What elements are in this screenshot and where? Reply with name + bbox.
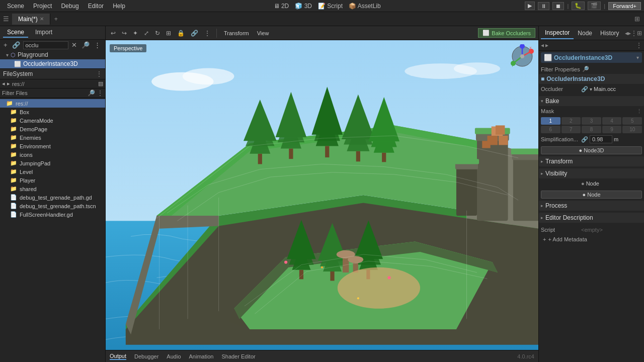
fs-list-toggle[interactable]: ▤	[98, 80, 103, 87]
add-node-button[interactable]: +	[2, 41, 9, 49]
debug-button[interactable]: 🐛	[572, 2, 585, 10]
fs-item-player[interactable]: 📁 Player	[0, 176, 105, 185]
main-tab-close[interactable]: ✕	[40, 16, 44, 22]
fs-filter-icon[interactable]: 🔎	[88, 89, 95, 97]
mask-cell-1[interactable]: 1	[541, 117, 560, 125]
mask-cell-5[interactable]: 5	[622, 117, 642, 125]
menu-project[interactable]: Project	[29, 2, 56, 11]
inspector-tab[interactable]: Inspector	[541, 27, 574, 39]
simplification-value[interactable]: 🔗 m	[581, 135, 642, 143]
mask-more[interactable]: ⋮	[636, 108, 642, 115]
right-panel-expand[interactable]: ⊞	[637, 30, 642, 37]
process-section-header[interactable]: ▸ Process	[539, 201, 644, 211]
lock-button[interactable]: 🔒	[175, 29, 187, 38]
fs-breadcrumb-arrow2[interactable]: ▸	[7, 80, 10, 87]
menu-debug[interactable]: Debug	[57, 2, 83, 11]
fs-item-level[interactable]: 📁 Level	[0, 167, 105, 176]
fs-more-button[interactable]: ⋮	[96, 70, 102, 77]
simplification-link[interactable]: 🔗	[581, 136, 588, 143]
menu-scene[interactable]: Scene	[3, 2, 28, 11]
redo-button[interactable]: ↪	[120, 29, 129, 38]
editor-desc-header[interactable]: ▸ Editor Description	[539, 213, 644, 223]
fs-item-grenade-gd[interactable]: 📄 debug_test_grenade_path.gd	[0, 193, 105, 202]
pause-button[interactable]: ⏸	[538, 2, 549, 10]
simplification-input[interactable]	[590, 135, 612, 143]
fs-item-res[interactable]: 📁 res://	[0, 99, 105, 108]
stop-button[interactable]: ⏹	[552, 2, 564, 10]
instance-node-button[interactable]: 🔗	[11, 41, 22, 49]
menu-editor[interactable]: Editor	[84, 2, 108, 11]
occluder-link-icon[interactable]: 🔗	[581, 86, 588, 93]
scale-tool[interactable]: ⊞	[164, 29, 173, 38]
mask-cell-3[interactable]: 3	[582, 117, 601, 125]
inspector-scroll[interactable]: ■ OccluderInstance3D Occluder 🔗 ▾ Main.o…	[539, 74, 644, 362]
fs-item-grenade-tscn[interactable]: 📄 debug_test_grenade_path.tscn	[0, 202, 105, 210]
snap-button[interactable]: ⋮	[202, 29, 212, 38]
tab-3d[interactable]: 🧊 3D	[295, 3, 312, 10]
add-metadata-button[interactable]: + + Add Metadata	[539, 235, 644, 244]
audio-tab[interactable]: Audio	[167, 353, 181, 359]
layout-button[interactable]: ⊞	[630, 15, 644, 23]
collapse-left-panel[interactable]: ☰	[0, 13, 12, 25]
menu-help[interactable]: Help	[109, 2, 129, 11]
mask-cell-6[interactable]: 6	[541, 126, 560, 133]
viewport[interactable]: Perspective X Y Z	[106, 40, 538, 350]
fs-item-environment[interactable]: 📁 Environment	[0, 142, 105, 150]
select-tool[interactable]: ✦	[131, 29, 140, 38]
main-tab[interactable]: Main(*) ✕	[12, 14, 50, 25]
mask-cell-4[interactable]: 4	[602, 117, 622, 125]
bake-occluders-button[interactable]: ⬜ Bake Occluders	[478, 28, 535, 38]
movie-button[interactable]: 🎬	[588, 2, 601, 10]
object-history-next[interactable]: ▸	[545, 42, 548, 49]
tree-item-playground[interactable]: ▾ ⬡ Playground	[0, 50, 105, 59]
right-panel-more[interactable]: ⋮	[631, 30, 637, 37]
fs-item-icons[interactable]: 📁 icons	[0, 150, 105, 159]
mask-cell-2[interactable]: 2	[561, 117, 581, 125]
visibility-section-header[interactable]: ▸ Visibility	[539, 168, 644, 178]
debugger-tab[interactable]: Debugger	[134, 353, 158, 359]
filter-search-icon[interactable]: 🔎	[582, 66, 589, 72]
right-toolbar-more[interactable]: ⋮	[636, 42, 642, 49]
history-tab[interactable]: History	[596, 28, 623, 39]
bake-section-header[interactable]: ▾ Bake	[539, 96, 644, 106]
fs-item-demo[interactable]: 📁 DemoPage	[0, 125, 105, 133]
tab-script[interactable]: 📝 Script	[318, 3, 343, 10]
fs-item-enemies[interactable]: 📁 Enemies	[0, 133, 105, 142]
fs-breadcrumb-arrow[interactable]: ◂	[2, 80, 5, 87]
tab-2d[interactable]: 🖥 2D	[274, 3, 289, 10]
occluder-section-header[interactable]: ■ OccluderInstance3D	[539, 74, 644, 84]
node-tab[interactable]: Node	[574, 28, 596, 39]
scene-search-input[interactable]	[23, 41, 68, 49]
group-button[interactable]: 🔗	[189, 29, 200, 38]
scene-filter-button[interactable]: 🔎	[80, 41, 91, 49]
fs-item-box[interactable]: 📁 Box	[0, 108, 105, 116]
shader-editor-tab[interactable]: Shader Editor	[221, 353, 255, 359]
transform-button[interactable]: Transform	[221, 29, 252, 37]
mask-cell-9[interactable]: 9	[602, 126, 622, 133]
output-tab[interactable]: Output	[110, 353, 126, 360]
scene-search-clear[interactable]: ✕	[70, 41, 78, 49]
play-button[interactable]: ▶	[525, 2, 535, 10]
fs-filter-more[interactable]: ⋮	[97, 89, 103, 97]
undo-button[interactable]: ↩	[109, 29, 118, 38]
object-history-prev[interactable]: ◂	[541, 42, 544, 49]
add-tab-button[interactable]: +	[50, 14, 62, 25]
move-tool[interactable]: ⤢	[142, 29, 151, 38]
import-tab[interactable]: Import	[31, 28, 56, 38]
forward-button[interactable]: Forward+	[608, 2, 641, 10]
fs-item-jumpingpad[interactable]: 📁 JumpingPad	[0, 159, 105, 167]
tree-item-occluder[interactable]: ⬜ OccluderInstance3D	[0, 59, 105, 68]
animation-tab[interactable]: Animation	[189, 353, 214, 359]
fs-item-fullscreen[interactable]: 📄 FullScreenHandler.gd	[0, 210, 105, 219]
tab-assetlib[interactable]: 📦 AssetLib	[349, 3, 381, 10]
mask-cell-7[interactable]: 7	[561, 126, 581, 133]
fs-item-shared[interactable]: 📁 shared	[0, 185, 105, 193]
scene-tab[interactable]: Scene	[3, 28, 28, 38]
mask-cell-8[interactable]: 8	[582, 126, 601, 133]
mask-cell-10[interactable]: 10	[622, 126, 642, 133]
scene-more-button[interactable]: ⋮	[93, 41, 102, 49]
occluder-expand-icon[interactable]: ▾	[590, 86, 592, 92]
view-button[interactable]: View	[254, 29, 272, 37]
transform-section-header[interactable]: ▸ Transform	[539, 156, 644, 166]
fs-item-camera[interactable]: 📁 CameraMode	[0, 116, 105, 125]
